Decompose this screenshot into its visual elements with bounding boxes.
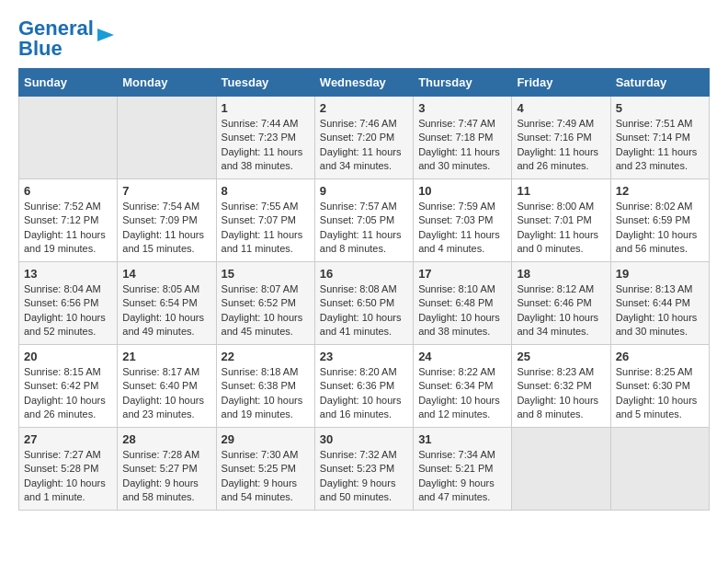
day-cell: 19Sunrise: 8:13 AMSunset: 6:44 PMDayligh… <box>610 262 709 345</box>
day-cell: 31Sunrise: 7:34 AMSunset: 5:21 PMDayligh… <box>414 428 512 511</box>
day-cell <box>512 428 610 511</box>
day-cell: 24Sunrise: 8:22 AMSunset: 6:34 PMDayligh… <box>414 345 512 428</box>
day-number: 12 <box>616 184 704 198</box>
day-cell: 4Sunrise: 7:49 AMSunset: 7:16 PMDaylight… <box>512 97 610 179</box>
day-number: 4 <box>517 101 605 115</box>
day-number: 24 <box>418 350 506 363</box>
day-cell: 18Sunrise: 8:12 AMSunset: 6:46 PMDayligh… <box>512 262 610 345</box>
logo-arrow-icon <box>96 25 116 45</box>
column-header-wednesday: Wednesday <box>314 69 413 97</box>
day-number: 29 <box>222 432 310 446</box>
header-row: SundayMondayTuesdayWednesdayThursdayFrid… <box>19 69 710 97</box>
day-info: Sunrise: 8:04 AMSunset: 6:56 PMDaylight:… <box>24 282 112 339</box>
day-info: Sunrise: 7:57 AMSunset: 7:05 PMDaylight:… <box>320 200 408 257</box>
week-row-3: 13Sunrise: 8:04 AMSunset: 6:56 PMDayligh… <box>19 262 710 345</box>
day-number: 25 <box>517 350 605 363</box>
day-cell: 15Sunrise: 8:07 AMSunset: 6:52 PMDayligh… <box>216 262 314 345</box>
day-number: 8 <box>222 184 310 198</box>
day-number: 10 <box>418 184 506 198</box>
day-info: Sunrise: 8:23 AMSunset: 6:32 PMDaylight:… <box>517 365 605 422</box>
day-cell: 20Sunrise: 8:15 AMSunset: 6:42 PMDayligh… <box>19 345 118 428</box>
day-cell <box>610 428 709 511</box>
day-info: Sunrise: 8:25 AMSunset: 6:30 PMDaylight:… <box>616 365 704 422</box>
day-number: 27 <box>24 432 112 446</box>
day-number: 28 <box>122 432 210 446</box>
week-row-4: 20Sunrise: 8:15 AMSunset: 6:42 PMDayligh… <box>19 345 710 428</box>
day-number: 16 <box>320 267 408 281</box>
day-info: Sunrise: 8:07 AMSunset: 6:52 PMDaylight:… <box>222 282 310 339</box>
day-info: Sunrise: 7:47 AMSunset: 7:18 PMDaylight:… <box>418 117 506 174</box>
day-number: 7 <box>122 184 210 198</box>
day-number: 30 <box>320 432 408 446</box>
column-header-monday: Monday <box>118 69 216 97</box>
day-info: Sunrise: 8:15 AMSunset: 6:42 PMDaylight:… <box>24 365 112 422</box>
column-header-friday: Friday <box>512 69 610 97</box>
day-number: 1 <box>222 101 310 115</box>
day-number: 13 <box>24 267 112 281</box>
day-info: Sunrise: 7:51 AMSunset: 7:14 PMDaylight:… <box>616 117 704 174</box>
day-info: Sunrise: 8:08 AMSunset: 6:50 PMDaylight:… <box>320 282 408 339</box>
day-cell: 25Sunrise: 8:23 AMSunset: 6:32 PMDayligh… <box>512 345 610 428</box>
column-header-tuesday: Tuesday <box>216 69 314 97</box>
day-cell: 21Sunrise: 8:17 AMSunset: 6:40 PMDayligh… <box>118 345 216 428</box>
column-header-saturday: Saturday <box>610 69 709 97</box>
day-info: Sunrise: 7:59 AMSunset: 7:03 PMDaylight:… <box>418 200 506 257</box>
day-cell: 29Sunrise: 7:30 AMSunset: 5:25 PMDayligh… <box>216 428 314 511</box>
logo-blue: Blue <box>18 37 63 60</box>
day-info: Sunrise: 7:44 AMSunset: 7:23 PMDaylight:… <box>222 117 310 174</box>
week-row-2: 6Sunrise: 7:52 AMSunset: 7:12 PMDaylight… <box>19 179 710 262</box>
day-number: 31 <box>418 432 506 446</box>
day-number: 26 <box>616 350 704 363</box>
day-number: 6 <box>24 184 112 198</box>
day-info: Sunrise: 8:12 AMSunset: 6:46 PMDaylight:… <box>517 282 605 339</box>
day-cell: 6Sunrise: 7:52 AMSunset: 7:12 PMDaylight… <box>19 179 118 262</box>
day-cell: 22Sunrise: 8:18 AMSunset: 6:38 PMDayligh… <box>216 345 314 428</box>
week-row-5: 27Sunrise: 7:27 AMSunset: 5:28 PMDayligh… <box>19 428 710 511</box>
day-number: 14 <box>122 267 210 281</box>
day-info: Sunrise: 7:32 AMSunset: 5:23 PMDaylight:… <box>320 448 408 505</box>
day-number: 20 <box>24 350 112 363</box>
logo-text: General Blue <box>18 18 94 59</box>
day-info: Sunrise: 7:34 AMSunset: 5:21 PMDaylight:… <box>418 448 506 505</box>
day-info: Sunrise: 8:00 AMSunset: 7:01 PMDaylight:… <box>517 200 605 257</box>
day-info: Sunrise: 7:28 AMSunset: 5:27 PMDaylight:… <box>122 448 210 505</box>
day-cell: 14Sunrise: 8:05 AMSunset: 6:54 PMDayligh… <box>118 262 216 345</box>
column-header-thursday: Thursday <box>414 69 512 97</box>
day-cell: 13Sunrise: 8:04 AMSunset: 6:56 PMDayligh… <box>19 262 118 345</box>
day-cell: 27Sunrise: 7:27 AMSunset: 5:28 PMDayligh… <box>19 428 118 511</box>
page-header: General Blue <box>18 18 710 59</box>
day-cell: 2Sunrise: 7:46 AMSunset: 7:20 PMDaylight… <box>314 97 413 179</box>
calendar-table: SundayMondayTuesdayWednesdayThursdayFrid… <box>18 68 710 511</box>
day-cell: 23Sunrise: 8:20 AMSunset: 6:36 PMDayligh… <box>314 345 413 428</box>
day-info: Sunrise: 7:54 AMSunset: 7:09 PMDaylight:… <box>122 200 210 257</box>
svg-marker-0 <box>97 29 114 41</box>
day-cell: 5Sunrise: 7:51 AMSunset: 7:14 PMDaylight… <box>610 97 709 179</box>
day-info: Sunrise: 8:22 AMSunset: 6:34 PMDaylight:… <box>418 365 506 422</box>
column-header-sunday: Sunday <box>19 69 118 97</box>
day-number: 23 <box>320 350 408 363</box>
day-cell: 8Sunrise: 7:55 AMSunset: 7:07 PMDaylight… <box>216 179 314 262</box>
day-cell: 7Sunrise: 7:54 AMSunset: 7:09 PMDaylight… <box>118 179 216 262</box>
day-info: Sunrise: 7:52 AMSunset: 7:12 PMDaylight:… <box>24 200 112 257</box>
day-number: 17 <box>418 267 506 281</box>
day-cell: 30Sunrise: 7:32 AMSunset: 5:23 PMDayligh… <box>314 428 413 511</box>
day-cell: 16Sunrise: 8:08 AMSunset: 6:50 PMDayligh… <box>314 262 413 345</box>
day-info: Sunrise: 8:02 AMSunset: 6:59 PMDaylight:… <box>616 200 704 257</box>
day-number: 5 <box>616 101 704 115</box>
day-info: Sunrise: 7:55 AMSunset: 7:07 PMDaylight:… <box>222 200 310 257</box>
day-cell <box>19 97 118 179</box>
day-cell: 12Sunrise: 8:02 AMSunset: 6:59 PMDayligh… <box>610 179 709 262</box>
day-cell: 10Sunrise: 7:59 AMSunset: 7:03 PMDayligh… <box>414 179 512 262</box>
day-number: 18 <box>517 267 605 281</box>
week-row-1: 1Sunrise: 7:44 AMSunset: 7:23 PMDaylight… <box>19 97 710 179</box>
day-info: Sunrise: 7:49 AMSunset: 7:16 PMDaylight:… <box>517 117 605 174</box>
day-number: 9 <box>320 184 408 198</box>
day-info: Sunrise: 8:17 AMSunset: 6:40 PMDaylight:… <box>122 365 210 422</box>
day-cell: 11Sunrise: 8:00 AMSunset: 7:01 PMDayligh… <box>512 179 610 262</box>
day-info: Sunrise: 7:27 AMSunset: 5:28 PMDaylight:… <box>24 448 112 505</box>
day-info: Sunrise: 8:18 AMSunset: 6:38 PMDaylight:… <box>222 365 310 422</box>
day-info: Sunrise: 7:46 AMSunset: 7:20 PMDaylight:… <box>320 117 408 174</box>
day-info: Sunrise: 8:13 AMSunset: 6:44 PMDaylight:… <box>616 282 704 339</box>
day-info: Sunrise: 7:30 AMSunset: 5:25 PMDaylight:… <box>222 448 310 505</box>
day-number: 21 <box>122 350 210 363</box>
